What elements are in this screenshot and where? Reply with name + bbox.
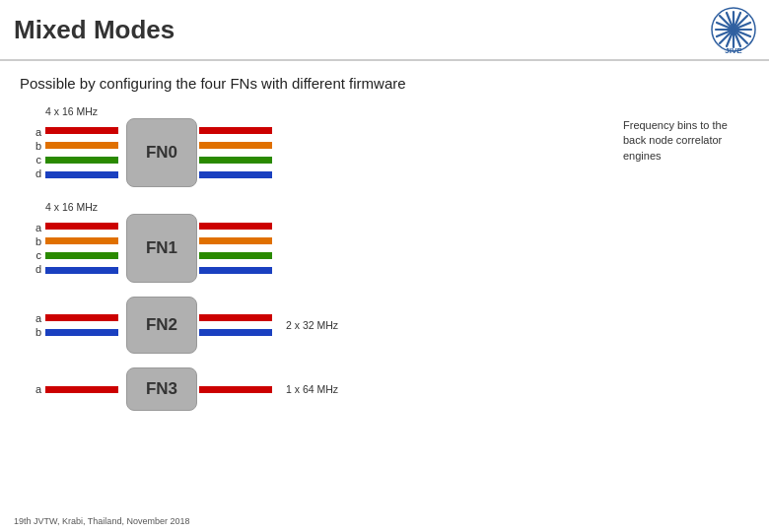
arrow-out-fn0-a xyxy=(199,125,278,137)
fn0-arrows-in xyxy=(45,125,124,181)
fn3-label-a: a xyxy=(35,384,41,395)
fn2-label-a: a xyxy=(35,313,41,324)
fn0-label-a: a xyxy=(35,127,41,138)
fn1-label-a: a xyxy=(35,223,41,233)
main-content: Possible by configuring the four FNs wit… xyxy=(0,61,769,425)
fn0-freq-label: 4 x 16 MHz xyxy=(45,105,749,117)
footer: 19th JVTW, Krabi, Thailand, November 201… xyxy=(14,516,189,526)
jive-logo: JIVE xyxy=(710,6,757,53)
fn1-label-c: c xyxy=(36,250,42,261)
fn2-freq-label: 2 x 32 MHz xyxy=(286,319,338,331)
fn0-box: FN0 xyxy=(126,118,197,187)
fn1-labels: a b c d xyxy=(20,223,41,275)
fn0-labels: a b c d xyxy=(20,127,41,179)
fn3-row: a FN3 1 x 64 MHz xyxy=(20,367,749,411)
arrow-in-fn0-d xyxy=(45,169,124,181)
fn1-label-d: d xyxy=(35,264,41,275)
fn0-arrows-out xyxy=(199,125,278,181)
header: Mixed Modes JIVE xyxy=(0,0,769,61)
fn0-label-d: d xyxy=(35,168,41,179)
fn2-arrows-in xyxy=(45,312,124,339)
arrow-in-fn0-b xyxy=(45,140,124,152)
subtitle: Possible by configuring the four FNs wit… xyxy=(20,75,749,92)
page-container: Mixed Modes JIVE Possible by configuring… xyxy=(0,0,769,532)
fn1-label-b: b xyxy=(35,236,41,247)
arrow-out-fn0-c xyxy=(199,155,278,166)
arrow-out-fn0-d xyxy=(199,169,278,181)
fn2-arrows-out xyxy=(199,312,278,339)
svg-text:JIVE: JIVE xyxy=(725,46,742,53)
fn0-label-b: b xyxy=(35,141,41,152)
fn1-arrows-out xyxy=(199,221,278,277)
fn2-wrapper: a b FN2 xyxy=(20,297,749,354)
fn1-arrows-in xyxy=(45,221,124,277)
fn3-wrapper: a FN3 1 x 64 MHz xyxy=(20,367,749,411)
fn2-row: a b FN2 xyxy=(20,297,749,354)
fn3-labels: a xyxy=(20,384,41,395)
fn2-label-b: b xyxy=(35,327,41,338)
fn2-box: FN2 xyxy=(126,297,197,354)
side-note: Frequency bins to the back node correlat… xyxy=(623,118,751,164)
fn1-wrapper: 4 x 16 MHz a b c d xyxy=(20,201,749,283)
arrow-in-fn0-a xyxy=(45,125,124,137)
fn0-label-c: c xyxy=(36,155,42,166)
arrow-in-fn0-c xyxy=(45,155,124,166)
page-title: Mixed Modes xyxy=(14,15,175,45)
fn2-labels: a b xyxy=(20,313,41,338)
fn1-box: FN1 xyxy=(126,214,197,283)
fn3-freq-label: 1 x 64 MHz xyxy=(286,383,338,395)
fn3-arrows-in xyxy=(45,383,124,395)
fn3-arrows-out xyxy=(199,383,278,395)
fn1-row: a b c d xyxy=(20,214,749,283)
arrow-out-fn0-b xyxy=(199,140,278,152)
fn1-freq-label: 4 x 16 MHz xyxy=(45,201,749,213)
fn3-box: FN3 xyxy=(126,367,197,411)
